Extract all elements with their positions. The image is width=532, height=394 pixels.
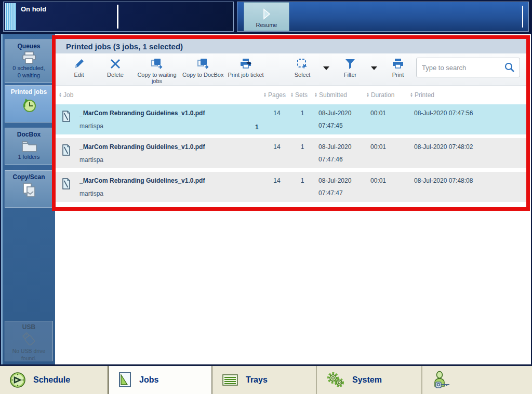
sidebar-item-docbox[interactable]: DocBox 1 folders [5, 128, 53, 165]
column-header-submitted[interactable]: Submitted [314, 91, 366, 99]
jobs-toolbar: Edit Delete Copy to waiting jobs [56, 53, 526, 86]
job-cell: _MarCom Rebranding Guidelines_v1.0.pdf m… [76, 172, 263, 197]
sidebar-item-printed-jobs[interactable]: Printed jobs [5, 85, 53, 123]
usb-status: No USB drive found. [5, 347, 52, 362]
printed-jobs-label: Printed jobs [5, 88, 52, 96]
usb-stick-icon [20, 332, 38, 347]
usb-label: USB [5, 323, 52, 331]
job-name: _MarCom Rebranding Guidelines_v1.0.pdf [79, 110, 261, 117]
sort-icon [263, 92, 267, 98]
resume-button[interactable]: Resume [244, 2, 289, 31]
table-row[interactable]: _MarCom Rebranding Guidelines_v1.0.pdf m… [56, 104, 526, 134]
job-owner: martispa [79, 190, 261, 197]
job-name: _MarCom Rebranding Guidelines_v1.0.pdf [79, 143, 261, 151]
print-job-ticket-button[interactable]: Print job ticket [225, 57, 265, 78]
pages-cell: 14 [263, 172, 290, 184]
submitted-cell: 08-Jul-2020 07:47:47 [314, 172, 366, 197]
queues-label: Queues [5, 43, 52, 50]
pages-cell: 14 [263, 138, 290, 151]
column-header-duration[interactable]: Duration [366, 91, 410, 99]
sidebar-item-queues[interactable]: Queues 0 scheduled, 0 waiting [5, 39, 53, 83]
column-header-job[interactable]: Job [56, 91, 263, 99]
green-clock-icon [9, 372, 26, 388]
jobs-table-header: Job Pages Sets Submitted Duration Printe… [56, 86, 526, 104]
green-clock-history-icon [20, 97, 38, 114]
folder-icon [20, 139, 38, 153]
tab-operator-login[interactable] [422, 366, 532, 394]
job-name: _MarCom Rebranding Guidelines_v1.0.pdf [79, 177, 261, 184]
printed-jobs-panel-highlighted: Printed jobs (3 jobs, 1 selected) Edit D… [52, 35, 530, 211]
tab-schedule-label: Schedule [33, 375, 70, 385]
tab-system-label: System [352, 375, 382, 385]
sets-cell: 1 [290, 104, 314, 117]
top-status-bar: On hold Resume [0, 0, 532, 34]
operator-key-icon [432, 371, 453, 389]
select-dropdown-button[interactable] [321, 61, 332, 75]
pencil-icon [73, 57, 85, 71]
chevron-down-icon [323, 66, 329, 70]
queues-status-line1: 0 scheduled, [5, 64, 52, 72]
tab-system[interactable]: System [317, 366, 422, 394]
printer-control-screen: { "top_bar": { "status_label": "On hold"… [0, 0, 532, 394]
filter-dropdown-button[interactable] [368, 61, 380, 75]
column-header-printed[interactable]: Printed [410, 91, 522, 99]
table-row[interactable]: _MarCom Rebranding Guidelines_v1.0.pdf m… [56, 172, 526, 202]
tab-trays[interactable]: Trays [212, 366, 317, 394]
document-page-icon [56, 172, 76, 189]
copy-to-docbox-button[interactable]: Copy to DocBox [180, 57, 225, 78]
pages-cell: 14 [263, 104, 290, 117]
chevron-down-icon [371, 66, 377, 70]
tab-jobs-label: Jobs [139, 375, 158, 385]
docbox-label: DocBox [5, 131, 52, 138]
duration-cell: 00:01 [366, 104, 410, 117]
panel-end-marker [522, 6, 523, 28]
table-row[interactable]: _MarCom Rebranding Guidelines_v1.0.pdf m… [56, 138, 526, 168]
sort-icon [366, 92, 369, 98]
printer-action-panel: Resume [237, 2, 529, 32]
column-header-sets[interactable]: Sets [290, 91, 314, 99]
marquee-select-icon [296, 57, 309, 71]
funnel-icon [344, 57, 356, 71]
sort-icon [59, 92, 62, 98]
job-owner: martispa [79, 156, 261, 164]
submitted-cell: 08-Jul-2020 07:47:45 [314, 104, 366, 129]
bottom-tab-bar: Schedule Jobs Trays System [0, 364, 532, 394]
left-sidebar: Queues 0 scheduled, 0 waiting Printed jo… [1, 34, 55, 364]
striped-progress-bar [5, 3, 16, 30]
resume-button-label: Resume [256, 22, 277, 28]
x-icon [110, 57, 121, 71]
copy-pages-icon [20, 182, 38, 199]
submitted-cell: 08-Jul-2020 07:47:46 [314, 138, 366, 163]
duration-cell: 00:01 [366, 172, 410, 184]
copyscan-label: Copy/Scan [5, 173, 52, 181]
edit-button[interactable]: Edit [61, 57, 97, 78]
printed-cell: 08-Jul-2020 07:47:56 [410, 104, 522, 117]
filter-button[interactable]: Filter [332, 57, 368, 78]
printer-icon [391, 57, 405, 71]
print-button[interactable]: Print [380, 57, 416, 78]
sort-icon [314, 92, 317, 98]
sort-icon [410, 92, 413, 98]
sets-cell: 1 [290, 172, 314, 184]
job-cell: _MarCom Rebranding Guidelines_v1.0.pdf m… [76, 104, 263, 130]
select-button[interactable]: Select [284, 57, 321, 78]
sidebar-item-copyscan[interactable]: Copy/Scan [5, 170, 53, 208]
search-input[interactable] [421, 63, 504, 72]
copy-icon [196, 57, 210, 71]
panel-header: Printed jobs (3 jobs, 1 selected) [56, 39, 526, 53]
delete-button[interactable]: Delete [97, 57, 134, 78]
sidebar-item-usb: USB No USB drive found. [5, 321, 53, 361]
docbox-status: 1 folders [5, 153, 52, 160]
status-separator [117, 5, 118, 29]
green-gears-icon [326, 372, 345, 388]
queues-status-line2: 0 waiting [5, 72, 52, 79]
tab-schedule[interactable]: Schedule [0, 366, 108, 394]
copy-to-waiting-jobs-button[interactable]: Copy to waiting jobs [134, 57, 180, 84]
document-page-icon [56, 138, 76, 156]
job-owner: martispa [79, 123, 261, 130]
magnifier-icon[interactable] [504, 62, 515, 73]
tab-jobs[interactable]: Jobs [108, 366, 212, 394]
play-triangle-icon [261, 8, 272, 20]
column-header-pages[interactable]: Pages [263, 91, 290, 99]
panel-title: Printed jobs (3 jobs, 1 selected) [66, 42, 183, 51]
